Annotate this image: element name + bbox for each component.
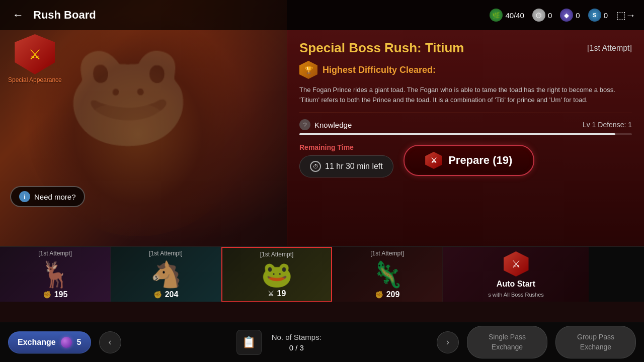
- boss-card-0-power: 195: [54, 290, 68, 299]
- boss-card-0-img: 🦌: [35, 254, 75, 295]
- shield-badge-icon: ⚔: [15, 34, 55, 74]
- auto-start-label: Auto Start: [497, 280, 535, 289]
- boss-card-3-img: 🦎: [367, 254, 408, 295]
- prev-arrow-button[interactable]: ‹: [99, 331, 121, 353]
- time-left-value: 11 hr 30 min left: [325, 162, 383, 171]
- action-row: Remaining Time ⏱ 11 hr 30 min left ⚔ Pre…: [299, 143, 632, 177]
- boss-card-1[interactable]: [1st Attempt] 🐴 ✊ 204: [111, 247, 221, 302]
- boss-card-1-img: 🐴: [146, 254, 186, 295]
- boss-card-3-bottom: ✊ 209: [332, 290, 442, 299]
- gem-value: 0: [548, 11, 552, 20]
- stamp-container: 📋 No. of Stamps: 0 / 3: [129, 330, 429, 355]
- stamp-info: No. of Stamps: 0 / 3: [272, 333, 321, 352]
- knowledge-label: Knowledge: [314, 121, 352, 129]
- info-icon: i: [19, 191, 30, 202]
- boss-info-panel: Special Boss Rush: Titium [1st Attempt] …: [287, 30, 644, 246]
- special-appearance-container: ⚔ Special Appearance: [8, 34, 62, 83]
- prepare-button[interactable]: ⚔ Prepare (19): [404, 145, 534, 176]
- prepare-label: Prepare (19): [448, 154, 512, 167]
- currency-bar: 🌿 40/40 ⬡ 0 ◆ 0 S 0 ⬚→: [490, 5, 636, 25]
- exchange-button[interactable]: Exchange 5: [8, 331, 91, 353]
- difficulty-label: Highest Difficulty Cleared:: [323, 65, 436, 75]
- bottom-bar: Exchange 5 ‹ 📋 No. of Stamps: 0 / 3 › Si…: [0, 322, 644, 362]
- top-bar: ← Rush Board 🌿 40/40 ⬡ 0 ◆ 0 S 0 ⬚→: [0, 0, 644, 30]
- stamp-count: 0 / 3: [289, 343, 304, 352]
- boss-card-1-bottom: ✊ 204: [111, 290, 221, 299]
- auto-start-card[interactable]: ⚔ Auto Start s with All Boss Rushes: [443, 247, 589, 302]
- group-pass-exchange-button[interactable]: Group PassExchange: [555, 326, 636, 358]
- boss-description: The Fogan Prince rides a giant toad. The…: [299, 85, 632, 105]
- boss-card-2[interactable]: [1st Attempt] 🐸 ⚔ 19: [221, 247, 332, 302]
- boss-card-1-power: 204: [165, 290, 179, 299]
- gem-icon: ⬡: [532, 9, 545, 22]
- prepare-icon: ⚔: [425, 152, 442, 169]
- knowledge-question-icon: ?: [299, 119, 310, 130]
- group-pass-label: Group PassExchange: [568, 332, 623, 352]
- fist-icon-0: ✊: [43, 291, 51, 299]
- knowledge-bar: [299, 133, 632, 135]
- boss-title: Special Boss Rush: Titium: [299, 40, 464, 56]
- exchange-count: 5: [77, 338, 82, 347]
- auto-start-sublabel: s with All Boss Rushes: [488, 292, 544, 298]
- boss-card-0[interactable]: [1st Attempt] 🦌 ✊ 195: [0, 247, 111, 302]
- knowledge-bar-fill: [299, 133, 615, 135]
- knowledge-row: ? Knowledge Lv 1 Defense: 1: [299, 119, 632, 130]
- boss-card-3-power: 209: [386, 290, 400, 299]
- boss-card-2-img: 🐸: [257, 254, 297, 295]
- exit-button[interactable]: ⬚→: [616, 5, 636, 25]
- page-title: Rush Board: [33, 9, 96, 22]
- exchange-label: Exchange: [18, 338, 56, 347]
- difficulty-icon: 🏆: [299, 61, 317, 79]
- back-button[interactable]: ←: [8, 5, 28, 25]
- need-more-button[interactable]: i Need more?: [10, 186, 85, 207]
- knowledge-stat: Lv 1 Defense: 1: [583, 121, 632, 129]
- boss-card-2-bottom: ⚔ 19: [222, 289, 331, 298]
- gem-currency: ⬡ 0: [532, 9, 552, 22]
- divider: [299, 113, 632, 113]
- soul-currency: S 0: [588, 9, 608, 22]
- boss-card-0-bottom: ✊ 195: [0, 290, 110, 299]
- boss-scroll: [1st Attempt] 🦌 ✊ 195 [1st Attempt] 🐴 ✊ …: [0, 246, 644, 302]
- knowledge-left: ? Knowledge: [299, 119, 352, 130]
- crystal-currency: ◆ 0: [560, 9, 580, 22]
- single-pass-exchange-button[interactable]: Single PassExchange: [467, 326, 547, 358]
- next-arrow-button[interactable]: ›: [437, 331, 459, 353]
- energy-currency: 🌿 40/40: [490, 9, 524, 22]
- time-section: Remaining Time ⏱ 11 hr 30 min left: [299, 143, 393, 177]
- boss-card-3[interactable]: [1st Attempt] 🦎 ✊ 209: [332, 247, 443, 302]
- purple-gem-icon: [61, 337, 72, 348]
- single-pass-label: Single PassExchange: [479, 332, 535, 352]
- crystal-value: 0: [576, 11, 580, 20]
- remaining-label: Remaining Time: [299, 143, 354, 151]
- special-appearance-label: Special Appearance: [8, 76, 62, 83]
- clock-icon: ⏱: [310, 161, 321, 172]
- fist-icon-3: ✊: [375, 291, 383, 299]
- difficulty-row: 🏆 Highest Difficulty Cleared:: [299, 61, 632, 79]
- energy-value: 40/40: [505, 11, 524, 20]
- need-more-label: Need more?: [34, 193, 76, 201]
- soul-icon: S: [588, 9, 601, 22]
- time-pill: ⏱ 11 hr 30 min left: [299, 155, 393, 177]
- boss-title-row: Special Boss Rush: Titium [1st Attempt]: [299, 40, 632, 56]
- fist-icon-1: ✊: [153, 291, 162, 299]
- soul-value: 0: [604, 11, 608, 20]
- auto-start-icon: ⚔: [504, 251, 529, 277]
- crystal-icon: ◆: [560, 9, 573, 22]
- energy-icon: 🌿: [490, 9, 503, 22]
- stamp-label: No. of Stamps:: [272, 333, 321, 341]
- stamp-icon: 📋: [236, 330, 262, 355]
- attempt-badge: [1st Attempt]: [587, 44, 632, 53]
- boss-card-2-power: 19: [277, 289, 286, 298]
- fist-icon-2: ⚔: [268, 290, 274, 298]
